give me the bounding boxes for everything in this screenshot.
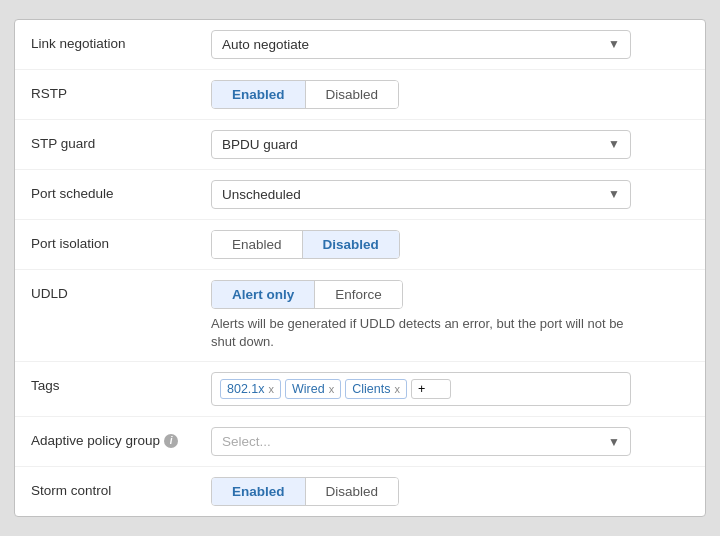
label-port-isolation: Port isolation	[31, 230, 211, 251]
udld-note: Alerts will be generated if UDLD detects…	[211, 315, 631, 351]
control-tags: 802.1x x Wired x Clients x	[211, 372, 689, 406]
tag-remove-clients[interactable]: x	[394, 383, 400, 395]
control-port-isolation: Enabled Disabled	[211, 230, 689, 259]
udld-alert-only-button[interactable]: Alert only	[212, 281, 315, 308]
chevron-down-icon: ▼	[608, 37, 620, 51]
storm-control-disabled-button[interactable]: Disabled	[306, 478, 399, 505]
tag-label-clients: Clients	[352, 382, 390, 396]
label-adaptive-policy-group: Adaptive policy group i	[31, 427, 211, 448]
row-storm-control: Storm control Enabled Disabled	[15, 467, 705, 516]
row-stp-guard: STP guard BPDU guard ▼	[15, 120, 705, 170]
tag-label-wired: Wired	[292, 382, 325, 396]
port-isolation-enabled-button[interactable]: Enabled	[212, 231, 303, 258]
label-udld: UDLD	[31, 280, 211, 301]
rstp-disabled-button[interactable]: Disabled	[306, 81, 399, 108]
row-udld: UDLD Alert only Enforce Alerts will be g…	[15, 270, 705, 362]
info-icon[interactable]: i	[164, 434, 178, 448]
label-storm-control: Storm control	[31, 477, 211, 498]
tag-input[interactable]	[411, 379, 451, 399]
settings-panel: Link negotiation Auto negotiate ▼ RSTP E…	[14, 19, 706, 517]
tags-container[interactable]: 802.1x x Wired x Clients x	[211, 372, 631, 406]
row-port-schedule: Port schedule Unscheduled ▼	[15, 170, 705, 220]
label-tags: Tags	[31, 372, 211, 393]
adaptive-policy-group-placeholder: Select...	[222, 434, 271, 449]
row-port-isolation: Port isolation Enabled Disabled	[15, 220, 705, 270]
port-schedule-dropdown[interactable]: Unscheduled ▼	[211, 180, 631, 209]
control-stp-guard: BPDU guard ▼	[211, 130, 689, 159]
udld-toggle: Alert only Enforce	[211, 280, 403, 309]
tag-remove-802-1x[interactable]: x	[269, 383, 275, 395]
udld-enforce-button[interactable]: Enforce	[315, 281, 402, 308]
control-port-schedule: Unscheduled ▼	[211, 180, 689, 209]
control-adaptive-policy-group: Select... ▼	[211, 427, 689, 456]
row-link-negotiation: Link negotiation Auto negotiate ▼	[15, 20, 705, 70]
row-tags: Tags 802.1x x Wired x Clients x	[15, 362, 705, 417]
control-link-negotiation: Auto negotiate ▼	[211, 30, 689, 59]
tag-802-1x: 802.1x x	[220, 379, 281, 399]
chevron-down-icon: ▼	[608, 137, 620, 151]
chevron-down-icon: ▼	[608, 435, 620, 449]
label-port-schedule: Port schedule	[31, 180, 211, 201]
tag-remove-wired[interactable]: x	[329, 383, 335, 395]
rstp-toggle: Enabled Disabled	[211, 80, 399, 109]
rstp-enabled-button[interactable]: Enabled	[212, 81, 306, 108]
label-link-negotiation: Link negotiation	[31, 30, 211, 51]
control-udld: Alert only Enforce Alerts will be genera…	[211, 280, 689, 351]
label-rstp: RSTP	[31, 80, 211, 101]
storm-control-toggle: Enabled Disabled	[211, 477, 399, 506]
control-storm-control: Enabled Disabled	[211, 477, 689, 506]
port-isolation-toggle: Enabled Disabled	[211, 230, 400, 259]
tag-wired: Wired x	[285, 379, 341, 399]
tag-clients: Clients x	[345, 379, 407, 399]
chevron-down-icon: ▼	[608, 187, 620, 201]
port-isolation-disabled-button[interactable]: Disabled	[303, 231, 399, 258]
row-adaptive-policy-group: Adaptive policy group i Select... ▼	[15, 417, 705, 467]
storm-control-enabled-button[interactable]: Enabled	[212, 478, 306, 505]
row-rstp: RSTP Enabled Disabled	[15, 70, 705, 120]
tag-label-802-1x: 802.1x	[227, 382, 265, 396]
adaptive-policy-group-dropdown[interactable]: Select... ▼	[211, 427, 631, 456]
control-rstp: Enabled Disabled	[211, 80, 689, 109]
label-stp-guard: STP guard	[31, 130, 211, 151]
link-negotiation-dropdown[interactable]: Auto negotiate ▼	[211, 30, 631, 59]
stp-guard-dropdown[interactable]: BPDU guard ▼	[211, 130, 631, 159]
